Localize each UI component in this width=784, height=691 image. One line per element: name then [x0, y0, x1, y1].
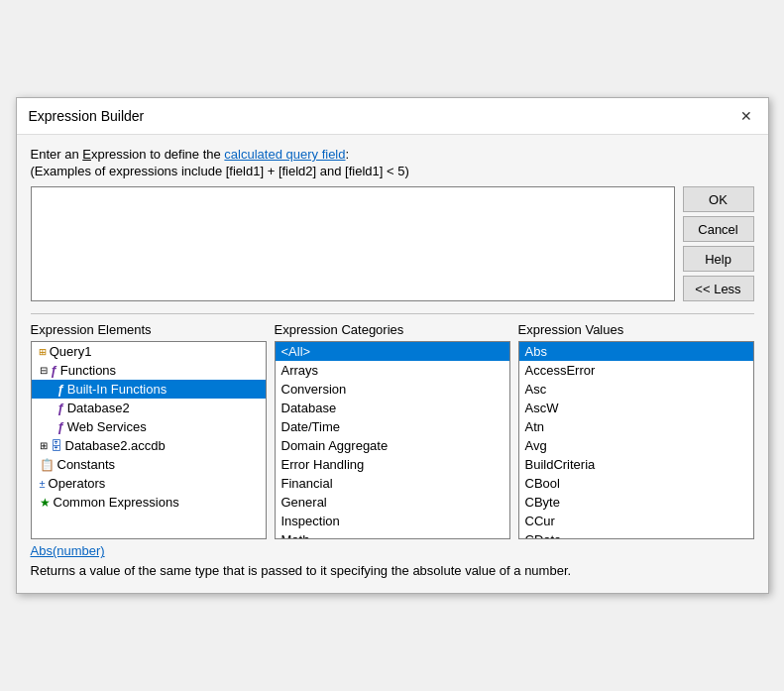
close-button[interactable]: ✕	[736, 106, 756, 126]
list-item[interactable]: ƒ Built-In Functions	[32, 380, 266, 399]
list-item[interactable]: ± Operators	[32, 474, 266, 493]
list-item[interactable]: <All>	[276, 342, 509, 361]
expand-icon: ⊟	[40, 365, 48, 376]
list-item[interactable]: Error Handling	[276, 455, 509, 474]
item-label: CBool	[525, 476, 560, 491]
list-item[interactable]: Arrays	[276, 361, 509, 380]
list-item[interactable]: ⊞ Query1	[32, 342, 266, 361]
list-item[interactable]: 📋 Constants	[32, 455, 266, 474]
list-item[interactable]: Asc	[519, 380, 753, 399]
item-label: BuildCriteria	[525, 457, 596, 472]
item-label: Financial	[281, 476, 333, 491]
list-item[interactable]: Domain Aggregate	[276, 436, 509, 455]
list-item[interactable]: ★ Common Expressions	[32, 493, 266, 512]
item-label: Atn	[525, 419, 545, 434]
expression-values-panel: Expression Values Abs AccessError Asc As…	[518, 322, 754, 539]
values-list[interactable]: Abs AccessError Asc AscW Atn Avg BuildCr…	[518, 341, 754, 539]
item-label: Abs	[525, 344, 547, 359]
item-label: Error Handling	[281, 457, 365, 472]
list-item[interactable]: Avg	[519, 436, 753, 455]
list-item[interactable]: Atn	[519, 417, 753, 436]
action-buttons: OK Cancel Help << Less	[683, 186, 754, 301]
table-icon: ⊞	[40, 345, 47, 359]
list-item[interactable]: ⊟ ƒ Functions	[32, 361, 266, 380]
const-icon: 📋	[40, 458, 55, 472]
list-item[interactable]: Conversion	[276, 380, 509, 399]
item-label: General	[281, 495, 327, 510]
item-label: Query1	[50, 344, 92, 359]
expression-categories-panel: Expression Categories <All> Arrays Conve…	[275, 322, 510, 539]
item-label: Conversion	[281, 382, 347, 397]
list-item[interactable]: Math	[276, 530, 509, 539]
item-label: Domain Aggregate	[281, 438, 389, 453]
item-label: CCur	[525, 514, 555, 528]
list-item[interactable]: ⊞ 🗄 Database2.accdb	[32, 436, 266, 455]
ce-icon: ★	[40, 496, 51, 510]
list-item[interactable]: General	[276, 493, 509, 512]
list-item[interactable]: Database	[276, 399, 509, 417]
categories-list[interactable]: <All> Arrays Conversion Database Date/Ti…	[275, 341, 510, 539]
list-item[interactable]: AscW	[519, 399, 753, 417]
instruction-line2: (Examples of expressions include [field1…	[31, 164, 754, 178]
values-label: Expression Values	[518, 322, 754, 337]
item-label: Inspection	[281, 514, 340, 528]
separator	[31, 313, 754, 314]
list-item[interactable]: AccessError	[519, 361, 753, 380]
item-label: Database2.accdb	[65, 438, 166, 453]
cancel-button[interactable]: Cancel	[683, 216, 754, 242]
expression-input[interactable]	[31, 186, 675, 301]
item-label: Web Services	[67, 419, 147, 434]
dialog-body: Enter an Expression to define the calcul…	[17, 135, 768, 592]
item-label: Date/Time	[281, 419, 340, 434]
calculated-query-link[interactable]: calculated query field	[224, 147, 345, 162]
list-item[interactable]: BuildCriteria	[519, 455, 753, 474]
dialog-title: Expression Builder	[29, 108, 145, 124]
function-description: Returns a value of the same type that is…	[31, 562, 754, 580]
item-label: Math	[281, 532, 310, 539]
list-item[interactable]: CDate	[519, 530, 753, 539]
function-signature-link[interactable]: Abs(number)	[31, 543, 754, 558]
item-label: Arrays	[281, 363, 319, 378]
list-item[interactable]: Date/Time	[276, 417, 509, 436]
list-item[interactable]: ƒ Web Services	[32, 417, 266, 436]
item-label: Common Expressions	[54, 495, 179, 510]
list-item[interactable]: CCur	[519, 512, 753, 530]
item-label: <All>	[281, 344, 311, 359]
op-icon: ±	[40, 478, 46, 490]
list-item[interactable]: Financial	[276, 474, 509, 493]
item-label: CByte	[525, 495, 560, 510]
func-icon: ƒ	[51, 363, 57, 378]
elements-label: Expression Elements	[31, 322, 267, 337]
expression-area: OK Cancel Help << Less	[31, 186, 754, 301]
list-item[interactable]: CBool	[519, 474, 753, 493]
list-item[interactable]: Inspection	[276, 512, 509, 530]
item-label: Functions	[60, 363, 116, 378]
item-label: Built-In Functions	[67, 382, 167, 397]
panels-wrapper: Expression Elements ⊞ Query1 ⊟ ƒ	[31, 322, 754, 539]
expand-icon: ⊞	[40, 440, 48, 451]
less-button[interactable]: << Less	[683, 276, 754, 301]
item-label: Asc	[525, 382, 547, 397]
expression-builder-dialog: Expression Builder ✕ Enter an Expression…	[16, 97, 769, 593]
title-bar: Expression Builder ✕	[17, 98, 768, 135]
func-icon: ƒ	[57, 419, 64, 434]
item-label: Avg	[525, 438, 547, 453]
func-icon: ƒ	[57, 401, 64, 415]
item-label: Database	[281, 401, 337, 415]
item-label: Constants	[57, 457, 116, 472]
item-label: Operators	[49, 476, 106, 491]
function-description-section: Abs(number) Returns a value of the same …	[31, 539, 754, 580]
elements-list[interactable]: ⊞ Query1 ⊟ ƒ Functions	[31, 341, 267, 539]
categories-label: Expression Categories	[275, 322, 510, 337]
list-item[interactable]: CByte	[519, 493, 753, 512]
list-item[interactable]: Abs	[519, 342, 753, 361]
help-button[interactable]: Help	[683, 246, 754, 272]
db-icon: 🗄	[51, 439, 62, 453]
item-label: CDate	[525, 532, 562, 539]
expression-elements-panel: Expression Elements ⊞ Query1 ⊟ ƒ	[31, 322, 267, 539]
ok-button[interactable]: OK	[683, 186, 754, 212]
list-item[interactable]: ƒ Database2	[32, 399, 266, 417]
item-label: AscW	[525, 401, 559, 415]
instruction-line1: Enter an Expression to define the calcul…	[31, 147, 754, 162]
item-label: Database2	[67, 401, 130, 415]
